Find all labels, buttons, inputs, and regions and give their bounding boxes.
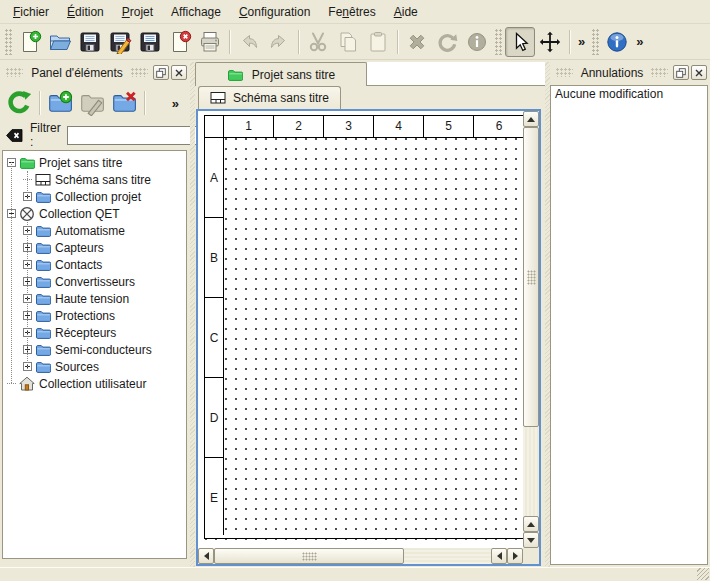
float-panel-button[interactable] bbox=[153, 65, 169, 80]
save-as-button[interactable] bbox=[105, 27, 135, 57]
move-icon bbox=[538, 30, 562, 54]
menu-configuration[interactable]: Configuration bbox=[230, 2, 319, 22]
schema-icon bbox=[210, 90, 226, 106]
scroll-up-button-2[interactable] bbox=[523, 516, 539, 532]
save-all-button[interactable] bbox=[135, 27, 165, 57]
scroll-right-button[interactable] bbox=[507, 548, 523, 564]
tree-item-label: Schéma sans titre bbox=[55, 173, 151, 187]
scroll-down-button[interactable] bbox=[523, 532, 539, 548]
branch-line bbox=[27, 222, 28, 369]
tab-schema[interactable]: Schéma sans titre bbox=[198, 86, 341, 109]
redo-button[interactable] bbox=[264, 27, 294, 57]
vertical-scroll-thumb[interactable] bbox=[523, 127, 539, 427]
float-panel-button[interactable] bbox=[673, 65, 689, 80]
tree-item-label: Semi-conducteurs bbox=[55, 343, 152, 357]
frame-column-label: 4 bbox=[374, 116, 424, 137]
frame-corner-cell bbox=[205, 116, 224, 137]
main-area: Panel d'éléments » Filtrer : Projet sans… bbox=[0, 60, 710, 567]
tree-item-contacts[interactable]: Contacts bbox=[3, 256, 186, 273]
menu-fenetres[interactable]: Fenêtres bbox=[319, 2, 384, 22]
right-arrow-icon bbox=[513, 552, 518, 560]
main-toolbar: »» bbox=[0, 24, 710, 60]
select-arrow-icon bbox=[508, 30, 532, 54]
print-button[interactable] bbox=[195, 27, 225, 57]
delete-button[interactable] bbox=[402, 27, 432, 57]
tree-item-protections[interactable]: Protections bbox=[3, 307, 186, 324]
tree-item-schema-sans-titre[interactable]: Schéma sans titre bbox=[3, 171, 186, 188]
tree-item-convertisseurs[interactable]: Convertisseurs bbox=[3, 273, 186, 290]
branch-line bbox=[27, 171, 28, 199]
tree-item-automatisme[interactable]: Automatisme bbox=[3, 222, 186, 239]
scroll-left-button[interactable] bbox=[198, 548, 214, 564]
edit-category-button[interactable] bbox=[76, 87, 108, 119]
open-file-button[interactable] bbox=[45, 27, 75, 57]
frame-row-label: A bbox=[205, 138, 223, 218]
reload-collections-button[interactable] bbox=[3, 87, 35, 119]
vertical-scrollbar[interactable] bbox=[523, 111, 539, 548]
undo-button[interactable] bbox=[234, 27, 264, 57]
close-panel-button[interactable] bbox=[171, 65, 187, 80]
tree-item-label: Convertisseurs bbox=[55, 275, 135, 289]
move-mode-button[interactable] bbox=[535, 27, 565, 57]
tab-project[interactable]: Projet sans titre bbox=[195, 62, 367, 86]
menu-affichage[interactable]: Affichage bbox=[162, 2, 230, 22]
tree-item-collection-qet[interactable]: Collection QET bbox=[3, 205, 186, 222]
tree-item-recepteurs[interactable]: Récepteurs bbox=[3, 324, 186, 341]
up-arrow-icon bbox=[527, 117, 535, 122]
qet-collection-icon bbox=[19, 206, 35, 222]
new-document-button[interactable] bbox=[15, 27, 45, 57]
toolbar-extension-button[interactable]: » bbox=[168, 96, 183, 111]
tree-item-collection-projet[interactable]: Collection projet bbox=[3, 188, 186, 205]
elements-panel-dock: Panel d'éléments » Filtrer : Projet sans… bbox=[0, 62, 190, 567]
menu-aide[interactable]: Aide bbox=[385, 2, 427, 22]
select-mode-button[interactable] bbox=[505, 27, 535, 57]
toolbar-handle[interactable] bbox=[592, 29, 599, 55]
toolbar-handle[interactable] bbox=[495, 29, 502, 55]
tree-item-capteurs[interactable]: Capteurs bbox=[3, 239, 186, 256]
close-file-button[interactable] bbox=[165, 27, 195, 57]
tree-item-sources[interactable]: Sources bbox=[3, 358, 186, 375]
folder-icon bbox=[35, 291, 51, 307]
tree-item-projet-sans-titre[interactable]: Projet sans titre bbox=[3, 154, 186, 171]
tree-item-label: Collection projet bbox=[55, 190, 141, 204]
toolbar-extension-button[interactable]: » bbox=[574, 34, 589, 49]
toolbar-extension-button[interactable]: » bbox=[632, 34, 647, 49]
diagram-canvas[interactable]: 123456 ABCDE bbox=[198, 111, 523, 548]
horizontal-scroll-thumb[interactable] bbox=[214, 548, 404, 564]
menu-edition[interactable]: Édition bbox=[58, 2, 113, 22]
tree-item-collection-utilisateur[interactable]: Collection utilisateur bbox=[3, 375, 186, 392]
paste-button[interactable] bbox=[363, 27, 393, 57]
toolbar-separator bbox=[298, 30, 299, 54]
menubar: FichierÉditionProjetAffichageConfigurati… bbox=[0, 0, 710, 24]
delete-category-button[interactable] bbox=[108, 87, 140, 119]
undo-panel-titlebar[interactable]: Annulations bbox=[553, 63, 707, 82]
menu-fichier[interactable]: Fichier bbox=[4, 2, 58, 22]
close-panel-button[interactable] bbox=[691, 65, 707, 80]
toolbar-separator bbox=[397, 30, 398, 54]
toolbar-separator bbox=[229, 30, 230, 54]
dock-handle-texture bbox=[651, 68, 668, 77]
tree-item-semi-conducteurs[interactable]: Semi-conducteurs bbox=[3, 341, 186, 358]
horizontal-scrollbar[interactable] bbox=[198, 548, 523, 564]
tree-item-haute-tension[interactable]: Haute tension bbox=[3, 290, 186, 307]
toolbar-handle[interactable] bbox=[5, 29, 12, 55]
application-window: { "colors": { "window_background": "#ece… bbox=[0, 0, 710, 581]
cut-button[interactable] bbox=[303, 27, 333, 57]
new-category-icon bbox=[47, 90, 73, 116]
frame-column-label: 2 bbox=[274, 116, 324, 137]
rotate-button[interactable] bbox=[432, 27, 462, 57]
branch-line bbox=[7, 383, 16, 384]
scroll-up-button[interactable] bbox=[523, 111, 539, 127]
toolbar-separator bbox=[39, 91, 40, 115]
element-info-button[interactable] bbox=[462, 27, 492, 57]
new-category-button[interactable] bbox=[44, 87, 76, 119]
save-button[interactable] bbox=[75, 27, 105, 57]
about-button[interactable] bbox=[602, 27, 632, 57]
undo-list-item[interactable]: Aucune modification bbox=[551, 86, 707, 102]
resize-grip[interactable] bbox=[697, 568, 709, 580]
elements-panel-titlebar[interactable]: Panel d'éléments bbox=[3, 63, 187, 82]
copy-button[interactable] bbox=[333, 27, 363, 57]
menu-projet[interactable]: Projet bbox=[113, 2, 162, 22]
scroll-left-button-2[interactable] bbox=[491, 548, 507, 564]
clear-filter-button[interactable] bbox=[5, 126, 24, 145]
